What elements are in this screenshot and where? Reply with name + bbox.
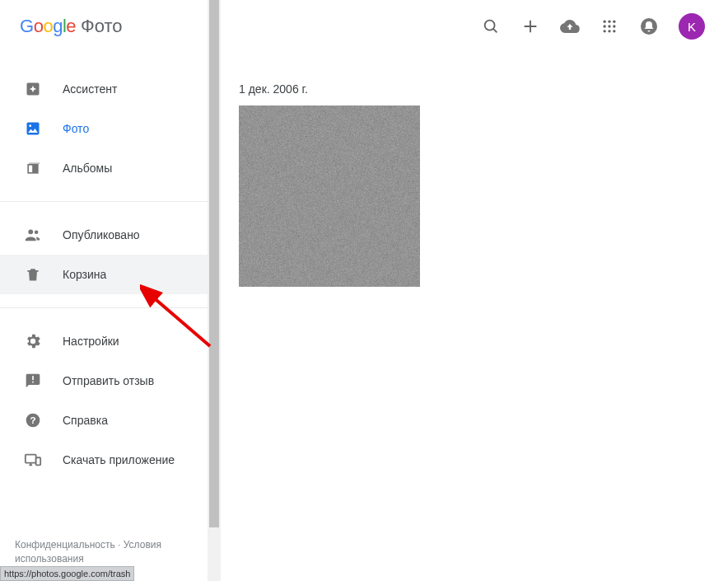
sidebar-item-help[interactable]: ? Справка <box>0 401 221 440</box>
svg-point-17 <box>613 25 615 27</box>
account-avatar[interactable]: K <box>679 13 705 40</box>
svg-rect-6 <box>32 382 34 383</box>
sidebar-item-albums[interactable]: Альбомы <box>0 148 221 188</box>
separator <box>0 307 221 308</box>
svg-point-15 <box>604 25 606 27</box>
privacy-link[interactable]: Конфиденциальность <box>15 539 115 551</box>
svg-point-16 <box>608 25 610 27</box>
svg-rect-9 <box>26 455 36 463</box>
sidebar-item-trash[interactable]: Корзина <box>0 255 221 294</box>
sidebar-nav: Ассистент Фото Альбомы Опубликовано <box>0 53 221 480</box>
svg-point-20 <box>613 30 615 32</box>
svg-rect-2 <box>29 166 32 172</box>
svg-point-12 <box>604 21 606 23</box>
svg-rect-5 <box>32 376 34 380</box>
svg-point-4 <box>35 231 39 235</box>
sidebar-item-label: Опубликовано <box>63 228 140 241</box>
browser-status-bar: https://photos.google.com/trash <box>0 566 134 581</box>
sidebar-item-feedback[interactable]: Отправить отзыв <box>0 361 221 401</box>
svg-point-1 <box>29 124 31 127</box>
sidebar-scrollbar[interactable] <box>208 0 221 581</box>
svg-point-14 <box>613 21 615 23</box>
svg-point-18 <box>604 30 606 32</box>
people-icon <box>23 225 43 245</box>
sidebar-item-label: Альбомы <box>63 162 112 175</box>
sidebar-item-label: Корзина <box>63 268 106 281</box>
svg-point-13 <box>608 21 610 23</box>
sidebar-item-label: Ассистент <box>63 82 117 96</box>
notifications-icon[interactable] <box>639 16 659 36</box>
svg-rect-23 <box>239 105 420 287</box>
trash-icon <box>23 265 43 284</box>
assistant-icon <box>23 79 43 99</box>
photos-icon <box>23 119 43 138</box>
search-icon[interactable] <box>481 16 501 36</box>
sidebar: Google Фото Ассистент Фото Альбомы <box>0 0 221 581</box>
albums-icon <box>23 158 43 178</box>
sidebar-item-label: Справка <box>63 414 108 427</box>
sidebar-item-label: Скачать приложение <box>63 453 175 466</box>
sidebar-item-photos[interactable]: Фото <box>0 109 221 148</box>
svg-point-11 <box>485 21 495 30</box>
svg-rect-0 <box>27 123 40 135</box>
separator <box>0 201 221 202</box>
product-name: Фото <box>81 16 123 37</box>
google-logo-text: Google <box>20 16 76 37</box>
svg-point-19 <box>608 30 610 32</box>
sidebar-item-label: Фото <box>63 122 89 135</box>
sidebar-item-label: Отправить отзыв <box>63 374 154 387</box>
feedback-icon <box>23 371 43 391</box>
sidebar-item-shared[interactable]: Опубликовано <box>0 215 221 255</box>
sidebar-footer: Конфиденциальность · Условия использован… <box>15 538 198 566</box>
status-url: https://photos.google.com/trash <box>4 569 130 579</box>
apps-icon[interactable] <box>600 16 619 36</box>
devices-icon <box>23 450 43 470</box>
topbar: K <box>221 0 728 53</box>
sidebar-item-download-app[interactable]: Скачать приложение <box>0 440 221 480</box>
main-content: 1 дек. 2006 г. <box>239 82 420 287</box>
help-icon: ? <box>23 410 43 430</box>
photo-date-header: 1 дек. 2006 г. <box>239 82 420 96</box>
sidebar-item-assistant[interactable]: Ассистент <box>0 69 221 109</box>
svg-rect-10 <box>36 457 40 465</box>
svg-point-3 <box>28 229 33 234</box>
svg-text:?: ? <box>30 415 35 425</box>
upload-icon[interactable] <box>560 16 580 36</box>
sidebar-item-label: Настройки <box>63 335 119 348</box>
sidebar-item-settings[interactable]: Настройки <box>0 321 221 361</box>
create-icon[interactable] <box>520 16 540 36</box>
gear-icon <box>23 331 43 351</box>
logo[interactable]: Google Фото <box>0 0 221 53</box>
scrollbar-thumb[interactable] <box>209 0 219 527</box>
photo-thumbnail[interactable] <box>239 105 420 287</box>
